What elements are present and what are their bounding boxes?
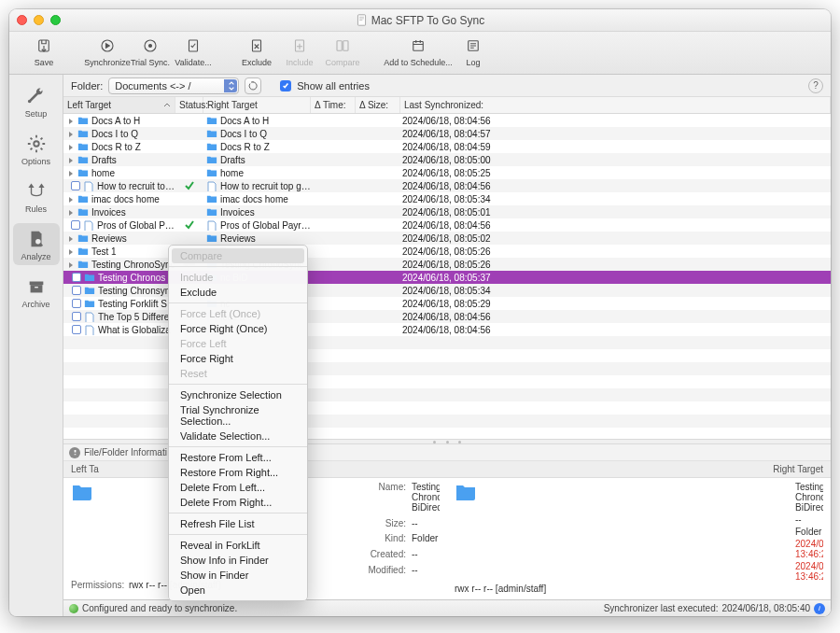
- menu-item[interactable]: Force Right: [169, 351, 307, 366]
- col-dsize[interactable]: Δ Size:: [356, 97, 400, 113]
- folder-icon: [77, 233, 89, 243]
- col-dtime[interactable]: Δ Time:: [311, 97, 356, 113]
- col-last-sync[interactable]: Last Synchronized:: [400, 97, 831, 113]
- table-row[interactable]: Docs R to ZDocs R to Z2024/06/18, 08:04:…: [63, 140, 831, 153]
- check-icon: [185, 181, 194, 190]
- sidebar-analyze[interactable]: Analyze: [13, 223, 60, 265]
- row-checkbox[interactable]: [72, 299, 81, 308]
- sidebar-archive[interactable]: Archive: [13, 271, 60, 313]
- disclosure-icon[interactable]: [67, 234, 75, 242]
- disclosure-icon[interactable]: [67, 247, 75, 255]
- table-row[interactable]: homehome2024/06/18, 08:05:25: [63, 166, 831, 179]
- info-icon[interactable]: i: [814, 603, 825, 614]
- context-menu[interactable]: CompareIncludeExcludeForce Left (Once)Fo…: [168, 245, 308, 601]
- left-name: Docs A to H: [91, 116, 140, 126]
- help-button[interactable]: ?: [808, 78, 823, 93]
- disclosure-icon[interactable]: [67, 208, 75, 216]
- minimize-window-button[interactable]: [34, 15, 44, 25]
- right-name: Docs R to Z: [220, 142, 270, 152]
- table-row[interactable]: InvoicesInvoices2024/06/18, 08:05:01: [63, 205, 831, 218]
- column-headers: Left Target Status: Right Target Δ Time:…: [63, 97, 831, 114]
- menu-item[interactable]: Restore From Left...: [169, 450, 307, 465]
- last-sync: 2024/06/18, 08:04:56: [400, 325, 831, 335]
- menu-item: Force Left: [169, 336, 307, 351]
- menu-item[interactable]: Force Right (Once): [169, 321, 307, 336]
- menu-item[interactable]: Show Info in Finder: [169, 553, 307, 568]
- disclosure-icon[interactable]: [67, 130, 75, 137]
- svg-rect-8: [337, 41, 342, 51]
- col-left-target[interactable]: Left Target: [63, 97, 175, 113]
- right-name: imac docs home: [220, 194, 288, 204]
- menu-item[interactable]: Refresh File List: [169, 516, 307, 531]
- zoom-window-button[interactable]: [50, 15, 61, 25]
- add-schedule-button[interactable]: Add to Schedule...: [385, 35, 452, 67]
- disclosure-icon[interactable]: [67, 195, 75, 203]
- row-checkbox[interactable]: [72, 286, 81, 295]
- close-window-button[interactable]: [17, 15, 27, 25]
- wrench-icon: [26, 86, 47, 106]
- menu-item[interactable]: Show in Finder: [169, 568, 307, 583]
- folder-path-select[interactable]: Documents <-> /: [108, 77, 239, 94]
- folder-label: Folder:: [71, 80, 103, 91]
- folder-icon: [84, 286, 95, 295]
- save-button[interactable]: Save: [22, 35, 65, 67]
- disclosure-icon[interactable]: [67, 156, 75, 163]
- table-row[interactable]: Pros of Global Payroll.doPros of Global …: [63, 218, 831, 232]
- last-sync: 2024/06/18, 08:05:34: [400, 194, 831, 204]
- svg-point-4: [149, 45, 152, 48]
- sidebar-rules[interactable]: Rules: [13, 176, 60, 218]
- row-checkbox[interactable]: [71, 220, 80, 230]
- sidebar-options[interactable]: Options: [13, 128, 60, 170]
- sidebar-setup[interactable]: Setup: [13, 80, 60, 122]
- show-all-checkbox[interactable]: [280, 80, 291, 91]
- menu-item[interactable]: Reveal in ForkLift: [169, 538, 307, 553]
- menu-item[interactable]: Restore From Right...: [169, 465, 307, 480]
- col-right-target[interactable]: Right Target: [203, 97, 311, 113]
- app-window: Mac SFTP To Go Sync Save Synchronize Tri…: [9, 9, 831, 616]
- menu-item[interactable]: Validate Selection...: [169, 429, 307, 443]
- folder-refresh-button[interactable]: [245, 77, 261, 94]
- menu-item[interactable]: Synchronize Selection: [169, 387, 307, 402]
- menu-item[interactable]: Exclude: [169, 285, 307, 300]
- titlebar: Mac SFTP To Go Sync: [9, 9, 831, 32]
- folder-icon: [77, 116, 89, 125]
- disclosure-icon[interactable]: [67, 143, 75, 150]
- validate-button[interactable]: Validate...: [172, 35, 215, 67]
- table-row[interactable]: imac docs homeimac docs home2024/06/18, …: [63, 192, 831, 205]
- left-name: Invoices: [91, 207, 126, 218]
- tab-right-target[interactable]: Right Target: [447, 461, 831, 477]
- row-checkbox[interactable]: [72, 325, 81, 334]
- left-name: Testing Forklift S: [98, 299, 167, 309]
- synchronize-button[interactable]: Synchronize: [86, 35, 129, 67]
- folder-icon: [71, 482, 93, 500]
- show-all-label: Show all entries: [297, 80, 370, 91]
- disclosure-icon[interactable]: [67, 117, 75, 124]
- menu-item[interactable]: Open: [169, 583, 307, 598]
- table-row[interactable]: ReviewsReviews2024/06/18, 08:05:02: [63, 232, 831, 245]
- row-checkbox[interactable]: [72, 312, 81, 321]
- disclosure-icon[interactable]: [67, 260, 75, 268]
- log-icon: [465, 37, 482, 54]
- col-status[interactable]: Status:: [175, 97, 203, 113]
- right-name: Docs I to Q: [220, 129, 267, 139]
- right-name: Reviews: [220, 233, 256, 244]
- menu-item[interactable]: Delete From Right...: [169, 495, 307, 510]
- right-name: Pros of Global Payroll.d: [220, 220, 311, 231]
- table-row[interactable]: Docs I to QDocs I to Q2024/06/18, 08:04:…: [63, 127, 831, 140]
- menu-item[interactable]: Delete From Left...: [169, 480, 307, 495]
- menu-item[interactable]: Trial Synchronize Selection...: [169, 402, 307, 429]
- file-icon: [84, 325, 95, 334]
- exclude-button[interactable]: Exclude: [235, 35, 278, 67]
- last-sync: 2024/06/18, 08:05:37: [400, 273, 831, 283]
- table-row[interactable]: Docs A to HDocs A to H2024/06/18, 08:04:…: [63, 114, 831, 127]
- left-name: Testing Chronos: [98, 273, 165, 283]
- table-row[interactable]: How to recruit top globalHow to recruit …: [63, 179, 831, 192]
- sidebar: Setup Options Rules Analyze Archive: [9, 75, 63, 616]
- table-row[interactable]: DraftsDrafts2024/06/18, 08:05:00: [63, 153, 831, 166]
- status-bar: Configured and ready to synchronize. Syn…: [63, 599, 831, 616]
- disclosure-icon[interactable]: [67, 169, 75, 176]
- log-button[interactable]: Log: [452, 35, 495, 67]
- row-checkbox[interactable]: [71, 181, 80, 190]
- row-checkbox[interactable]: [72, 273, 81, 282]
- trial-sync-button[interactable]: Trial Sync.: [129, 35, 172, 67]
